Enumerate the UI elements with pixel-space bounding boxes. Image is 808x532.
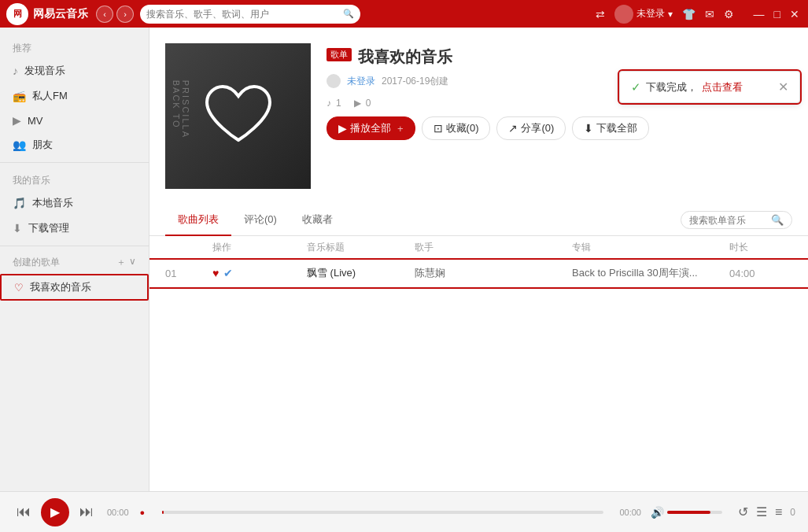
sidebar-item-discover[interactable]: ♪ 发现音乐 — [0, 58, 149, 83]
play-icon-2: ▶ — [354, 98, 361, 109]
prev-button[interactable]: ⏮ — [13, 501, 35, 523]
collapse-icon[interactable]: ∨ — [129, 256, 136, 269]
window-minimize-button[interactable]: — — [751, 8, 767, 20]
playlist-item-liked[interactable]: ♡ 我喜欢的音乐 — [0, 274, 149, 301]
share-label: 分享(0) — [521, 121, 554, 135]
next-button[interactable]: ⏭ — [76, 501, 98, 523]
sidebar-item-mv[interactable]: ▶ MV — [0, 109, 149, 132]
settings-icon[interactable]: ⚙ — [724, 8, 734, 20]
song-heart-icon[interactable]: ♥ — [212, 267, 219, 279]
lyrics-icon[interactable]: ≡ — [775, 505, 782, 519]
download-icon: ⬇ — [13, 222, 22, 235]
search-bar[interactable]: 🔍 — [140, 5, 360, 24]
sidebar-item-fm[interactable]: 📻 私人FM — [0, 83, 149, 109]
play-all-button[interactable]: ▶ 播放全部 + — [327, 116, 415, 140]
play-count-value: 1 — [336, 98, 341, 109]
exchange-icon[interactable]: ⇄ — [596, 8, 605, 20]
play-all-icon: ▶ — [338, 122, 347, 135]
local-music-icon: 🎵 — [13, 197, 26, 209]
nav-buttons: ‹ › — [96, 6, 134, 23]
loop-icon[interactable]: ↺ — [738, 504, 748, 519]
sidebar: 推荐 ♪ 发现音乐 📻 私人FM ▶ MV 👥 朋友 我的音乐 🎵 本地音乐 ⬇… — [0, 28, 149, 491]
col-duration: 时长 — [729, 241, 792, 254]
sidebar-item-label-mv: MV — [28, 115, 43, 127]
tab-collectors[interactable]: 收藏者 — [290, 205, 345, 236]
tab-search-input[interactable] — [689, 215, 768, 226]
user-area[interactable]: 未登录 ▾ — [614, 5, 673, 24]
sidebar-item-label-download: 下载管理 — [28, 221, 69, 235]
main-layout: 推荐 ♪ 发现音乐 📻 私人FM ▶ MV 👥 朋友 我的音乐 🎵 本地音乐 ⬇… — [0, 28, 808, 491]
nav-forward-button[interactable]: › — [116, 6, 134, 23]
progress-fill — [162, 511, 164, 514]
download-all-button[interactable]: ⬇ 下载全部 — [572, 116, 649, 140]
creator-name[interactable]: 未登录 — [347, 75, 375, 88]
play-pause-button[interactable]: ▶ — [41, 498, 69, 526]
sidebar-divider — [0, 162, 149, 163]
tab-song-list[interactable]: 歌曲列表 — [165, 205, 231, 236]
tab-search[interactable]: 🔍 — [681, 211, 792, 229]
sidebar-item-download[interactable]: ⬇ 下载管理 — [0, 216, 149, 241]
download-view-link[interactable]: 点击查看 — [702, 80, 743, 94]
share-button[interactable]: ↗ 分享(0) — [496, 116, 566, 140]
song-operations: ♥ ✔ — [212, 267, 307, 279]
download-popup-text: ✓ 下载完成， 点击查看 — [631, 80, 743, 94]
created-playlists-label: 创建的歌单 — [13, 256, 116, 269]
playlist-actions: ▶ 播放全部 + ⊡ 收藏(0) ↗ 分享(0) ⬇ 下载全部 — [327, 116, 792, 140]
friends-icon: 👥 — [13, 139, 26, 151]
progress-dot-indicator: ● — [140, 508, 146, 517]
collect-button[interactable]: ⊡ 收藏(0) — [422, 116, 491, 140]
user-dropdown-icon[interactable]: ▾ — [668, 9, 673, 20]
table-row[interactable]: 01 ♥ ✔ 飘雪 (Live) 陈慧娴 Back to Priscilla 3… — [149, 260, 808, 287]
sidebar-item-local[interactable]: 🎵 本地音乐 — [0, 190, 149, 216]
titlebar-right: ⇄ 未登录 ▾ 👕 ✉ ⚙ — □ ✕ — [596, 5, 802, 24]
song-count: 0 — [790, 507, 795, 518]
song-album[interactable]: Back to Priscilla 30周年演... — [572, 266, 729, 280]
collect-count-value: 0 — [366, 98, 371, 109]
playlist-header: BACK TO PRISCILLA 歌单 我喜欢的音乐 未登录 2017-06-… — [149, 28, 808, 205]
check-circle-icon: ✓ — [631, 80, 641, 94]
music-note-icon: ♪ — [13, 65, 18, 77]
add-playlist-icon[interactable]: ＋ — [116, 256, 126, 269]
search-input[interactable] — [146, 9, 343, 20]
playlist-badge: 歌单 — [327, 48, 352, 61]
avatar — [614, 5, 633, 24]
titlebar: 网 网易云音乐 ‹ › 🔍 ⇄ 未登录 ▾ 👕 ✉ ⚙ — □ ✕ — [0, 0, 808, 28]
col-num — [165, 241, 212, 254]
collect-icon: ⊡ — [434, 122, 443, 135]
progress-bar[interactable] — [162, 511, 603, 514]
download-message: 下载完成， — [646, 80, 697, 94]
album-art-text: BACK TO PRISCILLA — [172, 79, 190, 153]
sidebar-item-label-fm: 私人FM — [32, 89, 68, 103]
volume-bar[interactable] — [667, 511, 722, 514]
col-ops: 操作 — [212, 241, 307, 254]
window-close-button[interactable]: ✕ — [788, 8, 802, 20]
mail-icon[interactable]: ✉ — [705, 8, 714, 20]
song-artist[interactable]: 陈慧娴 — [415, 266, 572, 280]
song-duration: 04:00 — [729, 268, 792, 279]
content-area: BACK TO PRISCILLA 歌单 我喜欢的音乐 未登录 2017-06-… — [149, 28, 808, 491]
playlist-icon[interactable]: ☰ — [756, 504, 767, 519]
sidebar-divider-2 — [0, 246, 149, 246]
tab-search-icon: 🔍 — [771, 214, 784, 226]
user-label: 未登录 — [636, 7, 665, 20]
player-right-controls: ↺ ☰ ≡ 0 — [738, 504, 795, 519]
created-date: 2017-06-19创建 — [382, 75, 448, 88]
sidebar-item-friends[interactable]: 👥 朋友 — [0, 132, 149, 157]
playlist-info: 歌单 我喜欢的音乐 未登录 2017-06-19创建 ♪ 1 ▶ 0 ▶ — [327, 43, 792, 189]
play-icon: ▶ — [13, 114, 21, 127]
volume-fill — [667, 511, 710, 514]
popup-close-button[interactable]: ✕ — [778, 79, 788, 94]
tab-comments[interactable]: 评论(0) — [231, 205, 290, 236]
creator-avatar — [327, 74, 341, 88]
player-controls: ⏮ ▶ ⏭ — [13, 498, 98, 526]
sidebar-item-label-discover: 发现音乐 — [24, 64, 65, 78]
nav-back-button[interactable]: ‹ — [96, 6, 113, 23]
volume-icon[interactable]: 🔊 — [651, 506, 664, 519]
share-icon: ↗ — [508, 122, 518, 135]
sidebar-section-recommend: 推荐 — [0, 35, 149, 58]
window-maximize-button[interactable]: □ — [772, 8, 783, 20]
download-all-label: 下载全部 — [596, 121, 637, 135]
song-check-icon: ✔ — [223, 267, 233, 279]
collect-label: 收藏(0) — [446, 121, 479, 135]
shirt-icon[interactable]: 👕 — [682, 8, 695, 20]
